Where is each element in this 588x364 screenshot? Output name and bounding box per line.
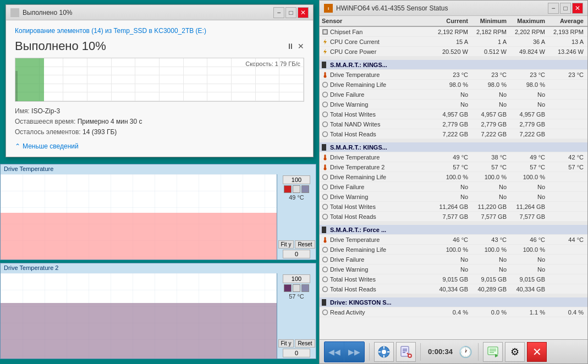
copy-restore-button[interactable]: □ [285,7,296,18]
table-row[interactable]: Drive Remaining Life 100.0 % 100.0 % 100… [320,245,587,255]
chart2-color-purple[interactable] [284,284,292,292]
table-row[interactable]: Drive Failure No No No [320,182,587,192]
table-row[interactable]: Total NAND Writes 2,779 GB 2,779 GB 2,77… [320,119,587,129]
row-current: 100.0 % [432,174,470,180]
taskbar-report-button[interactable] [396,342,416,362]
row-minimum: 9,015 GB [470,276,509,283]
table-row[interactable]: Total Host Reads 40,334 GB 40,289 GB 40,… [320,284,587,294]
taskbar-sensor-button[interactable] [374,342,394,362]
chart1-btn-row: Fit y Reset [278,240,315,249]
life-icon [322,81,328,88]
chart2-fill [1,303,277,359]
row-name: Total Host Reads [322,131,432,137]
copy-window: Выполнено 10% − □ ✕ Копирование элементо… [6,4,314,157]
table-row[interactable]: Drive Temperature 2 57 °C 57 °C 57 °C 57… [320,162,587,172]
header-average: Average [547,18,586,24]
row-minimum: No [470,91,509,98]
row-minimum: No [470,184,509,190]
chart2-color-gray2[interactable] [301,284,309,292]
taskbar-close-button[interactable]: ✕ [527,342,547,362]
row-maximum: No [509,101,547,108]
row-minimum: 40,289 GB [470,286,509,293]
table-row[interactable]: CPU Core Current 15 A 1 A 36 A 13 A [320,37,587,47]
svg-text:i: i [328,6,329,11]
table-row[interactable]: Total Host Reads 7,222 GB 7,222 GB 7,222… [320,129,587,139]
chart1-color-gray1[interactable] [293,185,300,193]
hwinfo-title: HWiNFO64 v6.41-4355 Sensor Status [336,4,547,12]
table-row[interactable]: CPU Core Power 20.520 W 0.512 W 49.824 W… [320,47,587,57]
chart1-color-gray2[interactable] [301,185,309,193]
svg-point-16 [323,82,328,87]
table-row[interactable]: Total Host Writes 9,015 GB 9,015 GB 9,01… [320,274,587,284]
chip-icon [322,29,328,35]
table-row[interactable]: Drive Remaining Life 100.0 % 100.0 % 100… [320,172,587,182]
chart2-reset-button[interactable]: Reset [295,339,315,348]
table-row[interactable]: Drive Remaining Life 98.0 % 98.0 % 98.0 … [320,80,587,90]
svg-point-22 [323,112,328,117]
row-minimum: 57 °C [470,164,509,170]
table-row[interactable]: Chipset Fan 2,192 RPM 2,182 RPM 2,202 RP… [320,27,587,37]
taskbar-export-button[interactable] [483,342,503,362]
hwinfo-close-button[interactable]: ✕ [572,3,583,14]
copy-close-button[interactable]: ✕ [298,7,309,18]
row-current: 46 °C [432,236,470,243]
nav-back-button[interactable]: ◀◀ [325,342,344,362]
row-maximum: 49 °C [509,154,547,161]
svg-point-26 [323,131,328,136]
hwinfo-minimize-button[interactable]: − [548,3,559,14]
svg-point-57 [382,350,386,354]
copy-info: Имя: ISO-Zip-3 Оставшееся время: Примерн… [15,106,304,138]
chart2-min-value: 0 [283,349,310,357]
row-name: CPU Core Current [322,38,432,45]
chart1-reset-button[interactable]: Reset [295,240,315,249]
row-maximum: No [509,91,547,98]
row-maximum: 9,015 GB [509,276,547,283]
hwinfo-restore-button[interactable]: □ [560,3,571,14]
hwinfo-table-header: Sensor Current Minimum Maximum Average [320,16,587,27]
copy-window-icon [10,8,19,17]
table-row[interactable]: Drive Failure No No No [320,90,587,100]
life-icon [322,213,328,220]
table-row[interactable]: Total Host Writes 4,957 GB 4,957 GB 4,95… [320,109,587,119]
chart1-line [1,174,277,260]
nav-forward-button[interactable]: ▶▶ [344,342,364,362]
table-row[interactable]: Drive Warning No No No [320,100,587,109]
section-header-row: S.M.A.R.T.: KINGS... [320,60,587,70]
chart1-color-red[interactable] [284,185,292,193]
table-row[interactable]: Drive Failure No No No [320,255,587,264]
table-row[interactable]: Drive Temperature 23 °C 23 °C 23 °C 23 °… [320,70,587,80]
row-maximum: 1.1 % [509,309,547,316]
table-row[interactable]: Drive Temperature 46 °C 43 °C 46 °C 44 °… [320,235,587,245]
chart1-fit-button[interactable]: Fit y [278,240,294,249]
chart1-panel: Drive Temperature [0,164,316,260]
table-row[interactable]: Drive Temperature 49 °C 38 °C 49 °C 42 °… [320,152,587,162]
filename-label: Имя: [15,107,30,115]
chart2-color-gray1[interactable] [293,284,300,292]
row-current: 0.4 % [432,309,470,316]
row-current: No [432,256,470,263]
row-name: Total Host Reads [322,213,432,220]
chart1-temp-label: 49 °C [289,194,304,201]
chart2-fit-button[interactable]: Fit y [278,339,294,348]
copy-body: Копирование элементов (14) из Temp_SSD в… [6,20,313,157]
table-row[interactable]: Drive Warning No No No [320,264,587,274]
table-row[interactable]: Total Host Reads 7,577 GB 7,577 GB 7,577… [320,212,587,222]
taskbar-settings-button[interactable]: ⚙ [505,342,525,362]
table-row[interactable]: Total Host Writes 11,264 GB 11,220 GB 11… [320,202,587,212]
row-name: Drive Failure [322,256,432,263]
taskbar-nav[interactable]: ◀◀ ▶▶ [324,341,365,362]
row-current: No [432,266,470,273]
copy-pause-button[interactable]: ⏸ [287,42,294,51]
table-row[interactable]: Drive Warning No No No [320,192,587,202]
copy-less-info-button[interactable]: ⌃ Меньше сведений [15,142,304,150]
row-name: Drive Failure [322,91,432,98]
taskbar-sep3 [478,343,479,361]
table-row[interactable]: Read Activity 0.4 % 0.0 % 1.1 % 0.4 % [320,307,587,317]
hwinfo-table-body[interactable]: Chipset Fan 2,192 RPM 2,182 RPM 2,202 RP… [320,27,587,339]
copy-stop-button[interactable]: ✕ [298,42,304,51]
temp-icon [322,71,328,78]
copy-minimize-button[interactable]: − [273,7,284,18]
row-maximum: 36 A [509,38,547,45]
row-current: 57 °C [432,164,470,170]
life-icon [322,101,328,108]
